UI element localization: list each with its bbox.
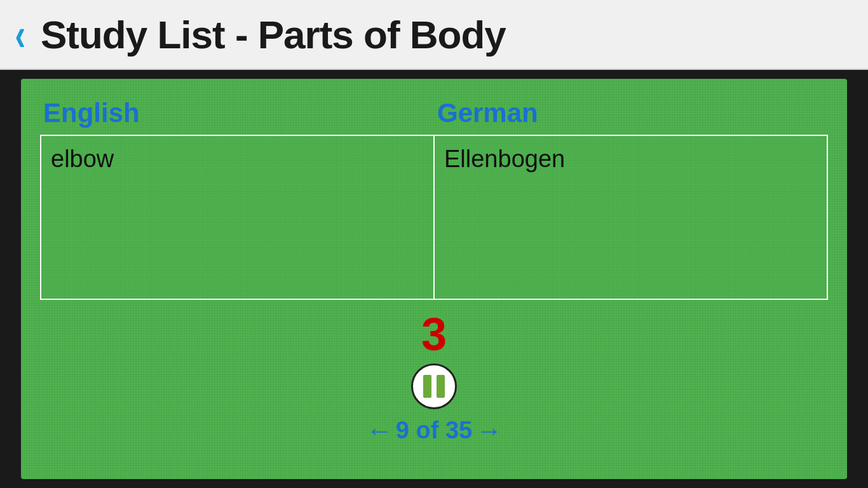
card-area: English German elbow Ellenbogen 3 ← [21, 79, 847, 479]
pause-button[interactable] [411, 363, 457, 409]
header: ‹ Study List - Parts of Body [0, 0, 868, 70]
german-header: German [434, 98, 828, 128]
prev-button[interactable]: ← [366, 417, 393, 444]
main-content: English German elbow Ellenbogen 3 ← [0, 70, 868, 488]
pause-bar-right [437, 375, 445, 398]
word-boxes: elbow Ellenbogen [40, 135, 828, 300]
back-button[interactable]: ‹ [15, 11, 26, 57]
score-number: 3 [421, 311, 447, 357]
english-word-box[interactable]: elbow [40, 135, 434, 300]
pause-bar-left [423, 375, 431, 398]
pause-area [40, 363, 828, 409]
german-word-box[interactable]: Ellenbogen [434, 135, 828, 300]
page-indicator: 9 of 35 [396, 417, 472, 444]
score-area: 3 [40, 311, 828, 357]
german-word: Ellenbogen [444, 146, 565, 173]
page-title: Study List - Parts of Body [41, 12, 506, 57]
english-word: elbow [51, 146, 114, 173]
column-headers: English German [40, 98, 828, 128]
next-button[interactable]: → [475, 417, 502, 444]
navigation-area: ← 9 of 35 → [40, 417, 828, 444]
english-header: English [40, 98, 434, 128]
